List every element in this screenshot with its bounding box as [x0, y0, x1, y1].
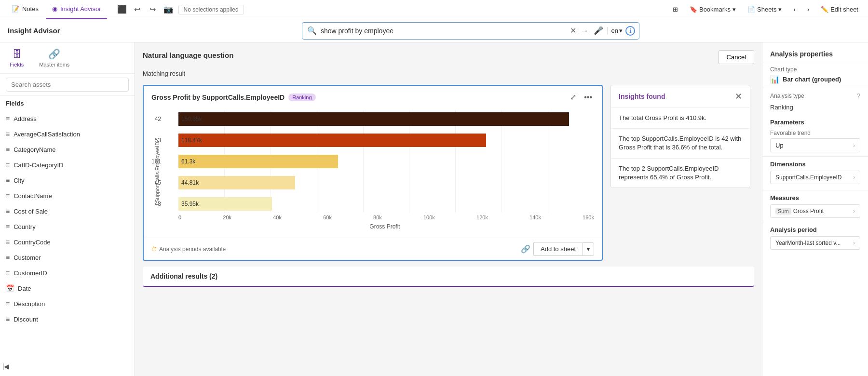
- favorable-trend-label: Favorable trend: [770, 130, 860, 136]
- top-bar-right: ⊞ 🔖 Bookmarks ▾ 📄 Sheets ▾ ‹ › ✏️ Edit s…: [669, 4, 862, 15]
- matching-result-label: Matching result: [143, 70, 754, 77]
- analysis-type-label: Analysis type: [770, 93, 804, 99]
- sidebar-item-label: Address: [14, 115, 37, 122]
- bar-y-label-48: 48: [147, 201, 161, 207]
- x-label-140k: 140k: [529, 215, 541, 220]
- dimension-item[interactable]: SupportCalls.EmployeeID ›: [770, 171, 860, 184]
- bar-container-161: 61.3k: [178, 155, 594, 168]
- bar-row-48: 48 35.95k: [178, 195, 594, 213]
- bar-y-label-161: 161: [147, 158, 161, 165]
- chart-type-value-row: 📊 Bar chart (grouped): [770, 75, 860, 84]
- field-icon-cost-of-sale: ≡: [6, 207, 10, 215]
- chart-menu-btn[interactable]: •••: [582, 92, 594, 103]
- bar-row-45: 45 44.81k: [178, 174, 594, 191]
- sidebar-item-label: Country: [14, 223, 36, 230]
- go-btn[interactable]: →: [580, 26, 590, 36]
- field-icon-country: ≡: [6, 223, 10, 230]
- bar-y-label-42: 42: [147, 116, 161, 122]
- bar-42: 150.35k: [178, 112, 569, 126]
- field-icon-customer-id: ≡: [6, 269, 10, 277]
- no-selections-label: No selections applied: [178, 5, 244, 14]
- bookmarks-btn[interactable]: 🔖 Bookmarks ▾: [686, 4, 740, 15]
- nav-prev-btn[interactable]: ‹: [789, 4, 799, 15]
- redo-btn[interactable]: ↪: [146, 2, 160, 17]
- help-icon[interactable]: ?: [856, 92, 860, 100]
- add-to-sheet-main-btn[interactable]: Add to sheet: [533, 242, 583, 256]
- top-bar: 📝 Notes ◉ Insight Advisor ⬛ ↩ ↪ 📷 No sel…: [0, 0, 868, 19]
- ranking-badge: Ranking: [288, 94, 315, 101]
- sidebar-item-date[interactable]: 📅 Date: [0, 281, 135, 296]
- field-icon-city: ≡: [6, 176, 10, 184]
- sidebar-item-category-name[interactable]: ≡ CategoryName: [0, 142, 135, 157]
- add-to-sheet-dropdown-btn[interactable]: ▾: [583, 242, 594, 256]
- sidebar-search-input[interactable]: [6, 78, 129, 92]
- additional-results-title: Additional results (2): [150, 272, 217, 280]
- chart-card: Gross Profit by SupportCalls.EmployeeID …: [143, 85, 603, 261]
- search-icon[interactable]: 🔍: [306, 25, 318, 36]
- favorable-trend-value-row[interactable]: Up ›: [770, 138, 860, 152]
- sidebar-item-avg-call[interactable]: ≡ AverageCallSatisfaction: [0, 126, 135, 142]
- analysis-type-header: Analysis type ?: [762, 88, 868, 102]
- search-bar-container: 🔍 ✕ → 🎤 en ▾ ℹ: [302, 22, 639, 40]
- chevron-right-icon: ›: [853, 174, 855, 181]
- nav-next-btn[interactable]: ›: [803, 4, 813, 15]
- insights-close-btn[interactable]: ✕: [735, 91, 742, 102]
- collapse-sidebar-btn[interactable]: |◀: [0, 361, 12, 372]
- tab-notes[interactable]: 📝 Notes: [6, 0, 44, 19]
- cancel-btn[interactable]: Cancel: [719, 50, 754, 64]
- search-input[interactable]: [321, 27, 566, 35]
- sidebar-item-label: CountryCode: [14, 239, 51, 246]
- center-content: Natural language question Cancel Matchin…: [135, 42, 762, 376]
- sheets-btn[interactable]: 📄 Sheets ▾: [744, 4, 786, 15]
- insight-item-3: The top 2 SupportCalls.EmployeeID repres…: [611, 159, 750, 188]
- tab-insight-advisor[interactable]: ◉ Insight Advisor: [46, 0, 107, 19]
- sidebar-item-discount[interactable]: ≡ Discount: [0, 311, 135, 327]
- analysis-periods: ⏱ Analysis periods available: [151, 246, 226, 253]
- insights-title: Insights found: [619, 93, 735, 100]
- sidebar-item-address[interactable]: ≡ Address: [0, 111, 135, 126]
- sidebar-item-customer[interactable]: ≡ Customer: [0, 250, 135, 265]
- sidebar-item-label: CatID-CategoryID: [14, 161, 63, 169]
- sidebar-tab-master-items[interactable]: 🔗 Master items: [35, 46, 73, 69]
- additional-results: Additional results (2): [143, 267, 754, 287]
- sidebar-item-cost-of-sale[interactable]: ≡ Cost of Sale: [0, 203, 135, 219]
- sidebar-item-city[interactable]: ≡ City: [0, 173, 135, 188]
- bar-chart-icon: 📊: [770, 75, 780, 84]
- undo-btn[interactable]: ↩: [130, 2, 145, 17]
- dimensions-section: Dimensions SupportCalls.EmployeeID ›: [762, 157, 868, 190]
- clear-search-btn[interactable]: ✕: [569, 25, 577, 36]
- sidebar-tab-fields[interactable]: 🗄 Fields: [6, 47, 27, 69]
- bar-value-53: 118.47k: [181, 137, 202, 144]
- sidebar-item-country[interactable]: ≡ Country: [0, 219, 135, 234]
- bar-y-label-45: 45: [147, 179, 161, 186]
- sidebar-list: ≡ Address ≡ AverageCallSatisfaction ≡ Ca…: [0, 111, 135, 361]
- edit-sheet-btn[interactable]: ✏️ Edit sheet: [817, 4, 862, 15]
- sidebar-item-country-code[interactable]: ≡ CountryCode: [0, 234, 135, 250]
- smart-search-btn[interactable]: ⬛: [115, 2, 129, 17]
- lang-chevron: ▾: [619, 27, 623, 34]
- chart-footer: ⏱ Analysis periods available 🔗 Add to sh…: [144, 238, 602, 260]
- bookmark-chart-btn[interactable]: 🔗: [521, 244, 530, 254]
- sidebar-item-label: Customer: [14, 254, 41, 261]
- chart-header: Gross Profit by SupportCalls.EmployeeID …: [144, 86, 602, 103]
- snapshot-btn[interactable]: 📷: [161, 2, 176, 17]
- field-icon-discount: ≡: [6, 315, 10, 323]
- sidebar-item-catid[interactable]: ≡ CatID-CategoryID: [0, 157, 135, 173]
- sidebar-item-contact-name[interactable]: ≡ ContactName: [0, 188, 135, 203]
- sidebar-item-customer-id[interactable]: ≡ CustomerID: [0, 265, 135, 281]
- sidebar-item-description[interactable]: ≡ Description: [0, 296, 135, 311]
- info-btn[interactable]: ℹ: [625, 26, 635, 36]
- period-item[interactable]: YearMonth-last sorted v... ›: [770, 236, 860, 250]
- mic-btn[interactable]: 🎤: [593, 25, 604, 36]
- measure-row[interactable]: Sum Gross Profit ›: [770, 204, 860, 218]
- lang-selector[interactable]: en ▾: [607, 27, 623, 34]
- analysis-periods-label: Analysis periods available: [159, 246, 226, 253]
- tab-notes-label: Notes: [22, 5, 39, 13]
- parameters-section: Parameters Favorable trend Up ›: [762, 115, 868, 157]
- expand-chart-btn[interactable]: ⤢: [568, 92, 578, 103]
- grid-btn[interactable]: ⊞: [669, 4, 682, 15]
- sidebar-item-label: Cost of Sale: [14, 208, 48, 215]
- field-icon-customer: ≡: [6, 254, 10, 261]
- add-to-sheet-btn[interactable]: Add to sheet ▾: [533, 242, 594, 256]
- field-icon-catid: ≡: [6, 161, 10, 169]
